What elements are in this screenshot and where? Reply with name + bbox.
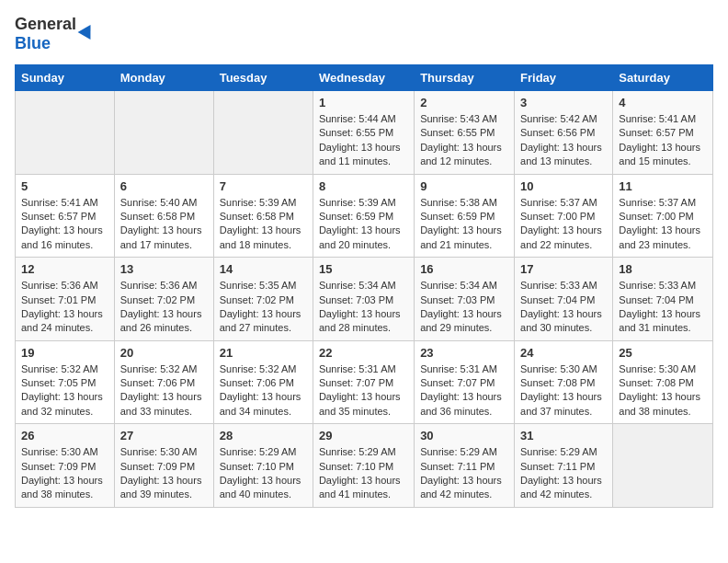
day-number: 10: [520, 179, 607, 193]
day-number: 9: [420, 179, 508, 193]
calendar-week-row: 5Sunrise: 5:41 AMSunset: 6:57 PMDaylight…: [16, 174, 713, 258]
day-info: Sunrise: 5:32 AMSunset: 7:06 PMDaylight:…: [120, 362, 208, 419]
day-info: Sunrise: 5:33 AMSunset: 7:04 PMDaylight:…: [520, 279, 607, 336]
day-number: 16: [420, 262, 508, 276]
calendar-cell: 9Sunrise: 5:38 AMSunset: 6:59 PMDaylight…: [415, 174, 515, 258]
day-number: 11: [619, 179, 707, 193]
calendar-cell: 7Sunrise: 5:39 AMSunset: 6:58 PMDaylight…: [213, 174, 313, 258]
calendar-cell: [16, 91, 115, 175]
day-number: 22: [319, 346, 408, 360]
day-info: Sunrise: 5:35 AMSunset: 7:02 PMDaylight:…: [220, 279, 307, 336]
day-info: Sunrise: 5:32 AMSunset: 7:05 PMDaylight:…: [21, 362, 108, 419]
day-info: Sunrise: 5:43 AMSunset: 6:55 PMDaylight:…: [420, 112, 508, 169]
calendar-cell: 11Sunrise: 5:37 AMSunset: 7:00 PMDayligh…: [613, 174, 713, 258]
logo-triangle-icon: [78, 21, 97, 40]
calendar-cell: 13Sunrise: 5:36 AMSunset: 7:02 PMDayligh…: [114, 258, 213, 341]
day-info: Sunrise: 5:40 AMSunset: 6:58 PMDaylight:…: [120, 196, 208, 253]
day-number: 7: [220, 179, 307, 193]
calendar-cell: 17Sunrise: 5:33 AMSunset: 7:04 PMDayligh…: [515, 258, 613, 341]
day-info: Sunrise: 5:34 AMSunset: 7:03 PMDaylight:…: [319, 279, 408, 336]
logo: General Blue: [15, 15, 95, 53]
day-info: Sunrise: 5:38 AMSunset: 6:59 PMDaylight:…: [420, 196, 508, 253]
calendar-week-row: 26Sunrise: 5:30 AMSunset: 7:09 PMDayligh…: [16, 424, 713, 508]
calendar-cell: 30Sunrise: 5:29 AMSunset: 7:11 PMDayligh…: [415, 424, 515, 508]
day-number: 3: [520, 96, 607, 109]
day-number: 30: [420, 429, 508, 442]
calendar-cell: 28Sunrise: 5:29 AMSunset: 7:10 PMDayligh…: [213, 424, 313, 508]
day-number: 14: [220, 262, 307, 276]
calendar-week-row: 19Sunrise: 5:32 AMSunset: 7:05 PMDayligh…: [16, 340, 713, 424]
calendar-cell: 15Sunrise: 5:34 AMSunset: 7:03 PMDayligh…: [313, 258, 414, 341]
logo-general-label: General: [15, 15, 76, 34]
day-info: Sunrise: 5:44 AMSunset: 6:55 PMDaylight:…: [319, 112, 408, 169]
day-info: Sunrise: 5:36 AMSunset: 7:02 PMDaylight:…: [120, 279, 208, 336]
day-number: 24: [520, 346, 607, 360]
calendar-table: SundayMondayTuesdayWednesdayThursdayFrid…: [15, 64, 713, 508]
weekday-header-friday: Friday: [515, 65, 613, 91]
calendar-cell: 24Sunrise: 5:30 AMSunset: 7:08 PMDayligh…: [515, 340, 613, 424]
day-info: Sunrise: 5:30 AMSunset: 7:08 PMDaylight:…: [520, 362, 607, 419]
day-info: Sunrise: 5:30 AMSunset: 7:09 PMDaylight:…: [21, 445, 108, 502]
calendar-cell: 8Sunrise: 5:39 AMSunset: 6:59 PMDaylight…: [313, 174, 414, 258]
calendar-cell: 25Sunrise: 5:30 AMSunset: 7:08 PMDayligh…: [613, 340, 713, 424]
day-number: 28: [220, 429, 307, 442]
day-number: 2: [420, 96, 508, 109]
day-number: 18: [619, 262, 707, 276]
day-info: Sunrise: 5:29 AMSunset: 7:11 PMDaylight:…: [520, 445, 607, 502]
day-info: Sunrise: 5:41 AMSunset: 6:57 PMDaylight:…: [21, 196, 108, 253]
weekday-header-sunday: Sunday: [16, 65, 115, 91]
day-info: Sunrise: 5:34 AMSunset: 7:03 PMDaylight:…: [420, 279, 508, 336]
day-number: 15: [319, 262, 408, 276]
day-info: Sunrise: 5:39 AMSunset: 6:59 PMDaylight:…: [319, 196, 408, 253]
day-number: 13: [120, 262, 208, 276]
calendar-cell: 21Sunrise: 5:32 AMSunset: 7:06 PMDayligh…: [213, 340, 313, 424]
day-number: 29: [319, 429, 408, 442]
calendar-cell: 3Sunrise: 5:42 AMSunset: 6:56 PMDaylight…: [515, 91, 613, 175]
day-number: 4: [619, 96, 707, 109]
day-number: 20: [120, 346, 208, 360]
calendar-cell: 23Sunrise: 5:31 AMSunset: 7:07 PMDayligh…: [415, 340, 515, 424]
calendar-cell: 16Sunrise: 5:34 AMSunset: 7:03 PMDayligh…: [415, 258, 515, 341]
day-info: Sunrise: 5:42 AMSunset: 6:56 PMDaylight:…: [520, 112, 607, 169]
calendar-cell: 20Sunrise: 5:32 AMSunset: 7:06 PMDayligh…: [114, 340, 213, 424]
logo-blue-label: Blue: [15, 34, 76, 53]
day-info: Sunrise: 5:29 AMSunset: 7:10 PMDaylight:…: [319, 445, 408, 502]
calendar-cell: 2Sunrise: 5:43 AMSunset: 6:55 PMDaylight…: [415, 91, 515, 175]
day-number: 31: [520, 429, 607, 442]
calendar-cell: 19Sunrise: 5:32 AMSunset: 7:05 PMDayligh…: [16, 340, 115, 424]
day-info: Sunrise: 5:33 AMSunset: 7:04 PMDaylight:…: [619, 279, 707, 336]
day-info: Sunrise: 5:31 AMSunset: 7:07 PMDaylight:…: [420, 362, 508, 419]
weekday-header-thursday: Thursday: [415, 65, 515, 91]
logo-text-group: General Blue: [15, 15, 76, 53]
day-number: 25: [619, 346, 707, 360]
weekday-header-wednesday: Wednesday: [313, 65, 414, 91]
calendar-cell: 10Sunrise: 5:37 AMSunset: 7:00 PMDayligh…: [515, 174, 613, 258]
day-info: Sunrise: 5:39 AMSunset: 6:58 PMDaylight:…: [220, 196, 307, 253]
day-info: Sunrise: 5:37 AMSunset: 7:00 PMDaylight:…: [520, 196, 607, 253]
calendar-cell: 12Sunrise: 5:36 AMSunset: 7:01 PMDayligh…: [16, 258, 115, 341]
calendar-cell: 1Sunrise: 5:44 AMSunset: 6:55 PMDaylight…: [313, 91, 414, 175]
calendar-cell: 6Sunrise: 5:40 AMSunset: 6:58 PMDaylight…: [114, 174, 213, 258]
day-number: 1: [319, 96, 408, 109]
calendar-cell: [613, 424, 713, 508]
calendar-cell: 18Sunrise: 5:33 AMSunset: 7:04 PMDayligh…: [613, 258, 713, 341]
day-info: Sunrise: 5:29 AMSunset: 7:10 PMDaylight:…: [220, 445, 307, 502]
day-info: Sunrise: 5:37 AMSunset: 7:00 PMDaylight:…: [619, 196, 707, 253]
calendar-cell: 5Sunrise: 5:41 AMSunset: 6:57 PMDaylight…: [16, 174, 115, 258]
weekday-header-monday: Monday: [114, 65, 213, 91]
day-number: 21: [220, 346, 307, 360]
calendar-cell: 14Sunrise: 5:35 AMSunset: 7:02 PMDayligh…: [213, 258, 313, 341]
calendar-cell: 22Sunrise: 5:31 AMSunset: 7:07 PMDayligh…: [313, 340, 414, 424]
day-info: Sunrise: 5:29 AMSunset: 7:11 PMDaylight:…: [420, 445, 508, 502]
calendar-week-row: 1Sunrise: 5:44 AMSunset: 6:55 PMDaylight…: [16, 91, 713, 175]
calendar-week-row: 12Sunrise: 5:36 AMSunset: 7:01 PMDayligh…: [16, 258, 713, 341]
day-number: 23: [420, 346, 508, 360]
weekday-header-tuesday: Tuesday: [213, 65, 313, 91]
day-info: Sunrise: 5:31 AMSunset: 7:07 PMDaylight:…: [319, 362, 408, 419]
calendar-cell: 27Sunrise: 5:30 AMSunset: 7:09 PMDayligh…: [114, 424, 213, 508]
day-number: 19: [21, 346, 108, 360]
calendar-cell: [114, 91, 213, 175]
page-header: General Blue: [15, 15, 713, 53]
day-number: 26: [21, 429, 108, 442]
day-info: Sunrise: 5:30 AMSunset: 7:09 PMDaylight:…: [120, 445, 208, 502]
